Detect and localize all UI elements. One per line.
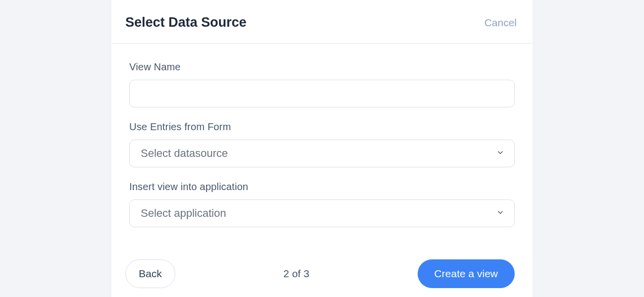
field-datasource: Use Entries from Form Select datasource: [129, 121, 515, 167]
back-button[interactable]: Back: [125, 259, 175, 288]
view-name-input[interactable]: [129, 80, 515, 107]
application-label: Insert view into application: [129, 181, 515, 193]
application-select[interactable]: Select application: [129, 199, 515, 227]
modal-body: View Name Use Entries from Form Select d…: [111, 44, 533, 250]
application-select-value: Select application: [129, 199, 515, 227]
datasource-label: Use Entries from Form: [129, 121, 515, 133]
modal-footer: Back 2 of 3 Create a view: [111, 250, 533, 297]
field-application: Insert view into application Select appl…: [129, 181, 515, 227]
field-view-name: View Name: [129, 61, 515, 107]
cancel-button[interactable]: Cancel: [484, 17, 517, 29]
modal-title: Select Data Source: [125, 15, 247, 30]
view-name-label: View Name: [129, 61, 515, 73]
modal-header: Select Data Source Cancel: [111, 0, 533, 44]
datasource-select[interactable]: Select datasource: [129, 140, 515, 167]
modal-select-data-source: Select Data Source Cancel View Name Use …: [111, 0, 533, 297]
pagination-indicator: 2 of 3: [283, 268, 310, 280]
datasource-select-value: Select datasource: [129, 140, 515, 167]
create-view-button[interactable]: Create a view: [418, 259, 515, 288]
